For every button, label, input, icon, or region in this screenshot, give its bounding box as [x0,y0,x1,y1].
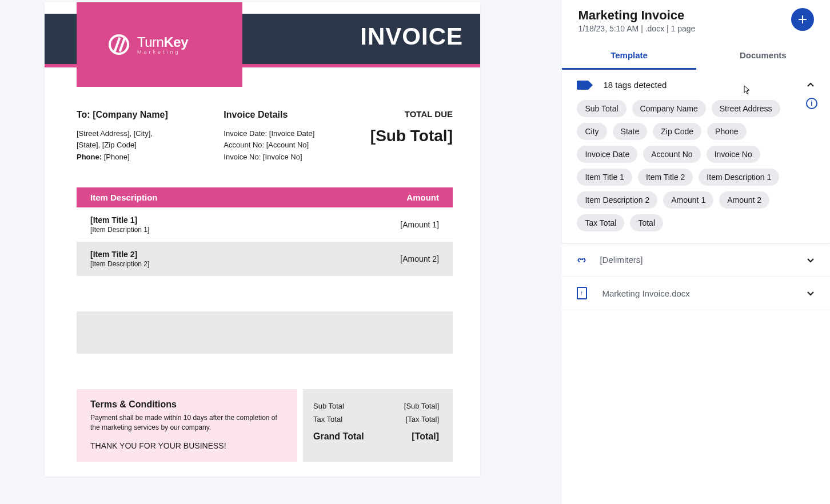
sidebar-title: Marketing Invoice [578,8,695,23]
add-button[interactable] [791,8,814,31]
tag-chip[interactable]: Item Title 2 [638,169,693,186]
logo-text: TurnKey Marketing [137,34,188,55]
item-description: [Item Description 1] [90,226,149,234]
tag-chip[interactable]: Account No [643,146,700,163]
tag-chip[interactable]: Tax Total [577,214,624,231]
tag-chip[interactable]: Total [630,214,663,231]
chevron-down-icon [806,255,815,265]
phone-value: [Phone] [102,153,129,161]
tag-chip[interactable]: Item Description 2 [577,191,657,209]
tag-chip[interactable]: Item Title 1 [577,169,632,186]
invoice-details-block: Invoice Details Invoice Date: [Invoice D… [224,107,314,163]
tag-chip[interactable]: State [613,123,648,140]
grandtotal-value: [Total] [412,431,439,442]
taxtotal-value: [Tax Total] [406,415,439,423]
tag-chip[interactable]: City [577,123,606,140]
tag-chip[interactable]: Street Address [712,100,780,117]
totals-block: Sub Total [Sub Total] Tax Total [Tax Tot… [303,389,453,462]
invoice-details-heading: Invoice Details [224,107,314,122]
subtotal-value: [Sub Total] [404,402,439,410]
chevron-up-icon[interactable] [806,81,815,90]
grandtotal-label: Grand Total [313,431,364,442]
subtotal-label: Sub Total [313,402,344,410]
address-line-2: [State], [Zip Code] [77,139,168,151]
terms-block: Terms & Conditions Payment shall be made… [77,389,297,462]
tag-chip[interactable]: Invoice No [707,146,760,163]
sidebar-header: Marketing Invoice 1/18/23, 5:10 AM | .do… [562,0,830,33]
file-accordion[interactable]: Marketing Invoice.docx [562,277,830,310]
invoice-date: Invoice Date: [Invoice Date] [224,128,314,140]
sidebar-panel: Marketing Invoice 1/18/23, 5:10 AM | .do… [562,0,830,504]
plus-icon [797,14,808,25]
tag-chip[interactable]: Company Name [632,100,706,117]
item-title: [Item Title 1] [90,215,149,225]
tag-chip[interactable]: Amount 2 [719,191,769,209]
file-label: Marketing Invoice.docx [602,289,689,298]
delimiters-icon: ‹··› [577,254,585,266]
total-due-block: TOTAL DUE [Sub Total] [370,107,453,163]
item-amount: [Amount 1] [400,220,439,229]
taxtotal-label: Tax Total [313,415,342,423]
delimiters-label: [Delimiters] [600,255,643,265]
terms-body: Payment shall be made within 10 days aft… [90,413,284,433]
spacer-block [77,311,453,354]
invoice-body: To: [Company Name] [Street Address], [Ci… [77,107,453,462]
info-icon[interactable]: i [806,98,817,109]
bill-to-heading: To: [Company Name] [77,107,168,122]
item-amount: [Amount 2] [400,254,439,263]
tab-documents[interactable]: Documents [696,42,830,70]
items-table: Item Description Amount [Item Title 1] [… [77,187,453,276]
document-preview-pane: INVOICE TurnKey Marketing To: [Company N… [0,0,516,504]
total-due-value: [Sub Total] [370,123,453,149]
tags-section: 18 tags detected i Sub TotalCompany Name… [562,70,830,243]
info-row: To: [Company Name] [Street Address], [Ci… [77,107,453,163]
bill-to-block: To: [Company Name] [Street Address], [Ci… [77,107,168,163]
sidebar-tabs: Template Documents [562,42,830,70]
delimiters-accordion[interactable]: ‹··› [Delimiters] [562,243,830,277]
thanks-text: THANK YOU FOR YOUR BUSINESS! [90,441,284,452]
account-no: Account No: [Account No] [224,139,314,151]
tags-header[interactable]: 18 tags detected [577,80,815,90]
invoice-no: Invoice No: [Invoice No] [224,151,314,163]
item-description: [Item Description 2] [90,260,149,268]
taxtotal-row: Tax Total [Tax Total] [313,413,439,426]
item-row: [Item Title 2] [Item Description 2] [Amo… [77,242,453,276]
tags-detected-label: 18 tags detected [603,80,667,90]
tag-chip[interactable]: Item Description 1 [699,169,779,186]
items-header-row: Item Description Amount [77,187,453,207]
grandtotal-row: Grand Total [Total] [313,429,439,444]
item-row: [Item Title 1] [Item Description 1] [Amo… [77,207,453,242]
logo-icon [109,34,129,55]
terms-heading: Terms & Conditions [90,399,284,410]
tag-chip[interactable]: Amount 1 [663,191,713,209]
tab-template[interactable]: Template [562,42,696,70]
tag-chip[interactable]: Invoice Date [577,146,637,163]
total-due-label: TOTAL DUE [370,107,453,121]
footer-row: Terms & Conditions Payment shall be made… [77,389,453,462]
subtotal-row: Sub Total [Sub Total] [313,399,439,413]
col-item-description: Item Description [90,193,158,202]
tag-chip[interactable]: Phone [707,123,746,140]
chevron-down-icon [806,289,815,298]
logo-block: TurnKey Marketing [77,2,242,87]
tag-chip[interactable]: Zip Code [653,123,701,140]
phone-label: Phone: [77,153,102,161]
invoice-heading: INVOICE [360,23,463,50]
col-amount: Amount [406,193,439,202]
tag-chips-container: i Sub TotalCompany NameStreet AddressCit… [577,100,815,231]
item-title: [Item Title 2] [90,250,149,259]
address-line-1: [Street Address], [City], [77,128,168,140]
tag-chip[interactable]: Sub Total [577,100,626,117]
tag-icon [577,81,588,90]
sidebar-subtitle: 1/18/23, 5:10 AM | .docx | 1 page [578,24,695,33]
invoice-document: INVOICE TurnKey Marketing To: [Company N… [45,2,480,477]
file-upload-icon [577,287,587,299]
